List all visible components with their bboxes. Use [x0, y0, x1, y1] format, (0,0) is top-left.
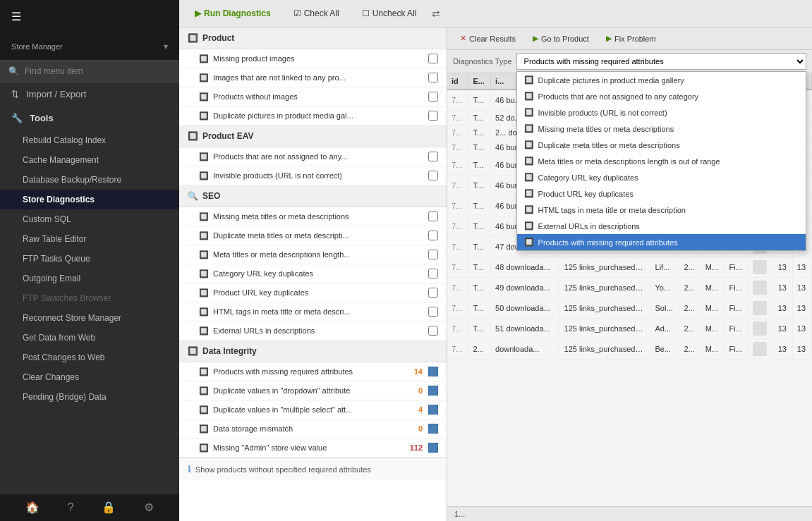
diag-item-icon: 🔲: [199, 231, 209, 240]
sidebar-item-cache-management[interactable]: Cache Management: [0, 150, 179, 170]
diag-item-meta-length[interactable]: 🔲 Meta titles or meta descriptions lengt…: [179, 245, 447, 264]
go-to-product-button[interactable]: ▶ Go to Product: [527, 32, 595, 45]
diag-item-icon: 🔲: [199, 269, 209, 278]
table-row: 7...T...48 downloada...125 links_purchas…: [447, 257, 812, 278]
sidebar-item-pending-bridge-data[interactable]: Pending (Bridge) Data: [0, 387, 179, 407]
table-cell: 7...: [447, 278, 468, 298]
sidebar-item-clear-changes[interactable]: Clear Changes: [0, 367, 179, 387]
diag-checkbox-missing-required-attrs[interactable]: [428, 367, 438, 376]
help-icon[interactable]: ?: [68, 501, 74, 514]
results-footer: 1...: [447, 506, 812, 521]
diag-checkbox-images-not-linked[interactable]: [428, 73, 438, 82]
diag-item-external-urls[interactable]: 🔲 External URLs in descriptions: [179, 321, 447, 341]
diag-checkbox-html-tags-meta[interactable]: [428, 307, 438, 317]
diag-item-cat-url-duplicates[interactable]: 🔲 Category URL key duplicates: [179, 264, 447, 283]
settings-icon[interactable]: ⚙: [144, 501, 154, 514]
sidebar-section-tools[interactable]: 🔧 Tools: [0, 106, 179, 130]
import-export-icon: ⇅: [11, 89, 19, 99]
dropdown-item-dup-meta[interactable]: 🔲 Duplicate meta titles or meta descript…: [517, 137, 806, 153]
dropdown-item-dup-pictures[interactable]: 🔲 Duplicate pictures in product media ga…: [517, 72, 806, 88]
sidebar-item-rebuild-catalog[interactable]: Rebuild Catalog Index: [0, 130, 179, 150]
diag-item-missing-meta-titles[interactable]: 🔲 Missing meta titles or meta descriptio…: [179, 207, 447, 226]
diag-item-data-storage-mismatch[interactable]: 🔲 Data storage mismatch 0: [179, 419, 447, 439]
diag-item-missing-product-images[interactable]: 🔲 Missing product images: [179, 49, 447, 68]
diag-checkbox-data-storage-mismatch[interactable]: [428, 424, 438, 434]
diag-checkbox-missing-meta-titles[interactable]: [428, 212, 438, 221]
diag-checkbox-duplicate-meta-titles[interactable]: [428, 231, 438, 240]
dropdown-item-not-in-category[interactable]: 🔲 Products that are not assigned to any …: [517, 88, 806, 104]
duplicate-dropdown-count: 0: [418, 386, 423, 395]
sidebar-item-store-diagnostics[interactable]: Store Diagnostics: [0, 190, 179, 209]
sidebar-item-reconnect-store-manager[interactable]: Reconnect Store Manager: [0, 308, 179, 328]
diag-checkbox-invisible-products[interactable]: [428, 171, 438, 180]
diag-checkbox-meta-length[interactable]: [428, 250, 438, 259]
uncheck-all-button[interactable]: ☐ Uncheck All: [355, 6, 424, 21]
diag-item-duplicate-meta-titles[interactable]: 🔲 Duplicate meta titles or meta descript…: [179, 226, 447, 245]
diag-item-icon: 🔲: [199, 171, 209, 180]
sidebar-item-outgoing-email[interactable]: Outgoing Email: [0, 269, 179, 288]
diag-item-products-without-images[interactable]: 🔲 Products without images: [179, 87, 447, 106]
dropdown-item-icon: 🔲: [524, 157, 534, 166]
table-cell: 125 links_purchased_separately: [559, 278, 650, 298]
diag-checkbox-not-assigned-category[interactable]: [428, 152, 438, 161]
diag-checkbox-missing-product-images[interactable]: [428, 54, 438, 63]
diag-item-missing-admin-store[interactable]: 🔲 Missing "Admin" store view value 112: [179, 439, 447, 458]
dropdown-item-missing-required[interactable]: 🔲 Products with missing required attribu…: [517, 234, 806, 250]
diag-item-invisible-products[interactable]: 🔲 Invisible products (URL is not correct…: [179, 166, 447, 185]
dropdown-item-meta-length[interactable]: 🔲 Meta titles or meta descriptions lengt…: [517, 153, 806, 169]
lock-icon[interactable]: 🔒: [102, 501, 116, 514]
sidebar-item-database-backup[interactable]: Database Backup/Restore: [0, 170, 179, 190]
dropdown-item-invisible-products[interactable]: 🔲 Invisible products (URL is not correct…: [517, 104, 806, 121]
search-input[interactable]: [25, 66, 171, 76]
sidebar-item-custom-sql[interactable]: Custom SQL: [0, 209, 179, 229]
run-diagnostics-button[interactable]: ▶ Run Diagnostics: [188, 6, 278, 21]
diag-item-duplicate-multi-select[interactable]: 🔲 Duplicate values in "multiple select" …: [179, 400, 447, 419]
table-cell: 2...: [679, 278, 701, 298]
diag-item-images-not-linked[interactable]: 🔲 Images that are not linked to any pro.…: [179, 68, 447, 87]
dropdown-item-ext-urls[interactable]: 🔲 External URLs in descriptions: [517, 218, 806, 234]
diag-checkbox-external-urls[interactable]: [428, 326, 438, 336]
table-cell: 2...: [468, 339, 491, 360]
diag-item-icon: 🔲: [199, 443, 209, 453]
goto-icon: ▶: [533, 34, 538, 43]
hamburger-icon[interactable]: ☰: [11, 10, 21, 23]
diag-checkbox-missing-admin-store[interactable]: [428, 443, 438, 453]
home-icon[interactable]: 🏠: [25, 501, 40, 514]
diag-checkbox-duplicate-dropdown[interactable]: [428, 386, 438, 396]
sidebar-item-get-data-from-web[interactable]: Get Data from Web: [0, 328, 179, 348]
dropdown-item-missing-meta[interactable]: 🔲 Missing meta titles or meta descriptio…: [517, 121, 806, 137]
missing-required-attrs-count: 14: [414, 367, 423, 376]
diag-item-missing-required-attrs[interactable]: 🔲 Products with missing required attribu…: [179, 362, 447, 381]
diag-checkbox-cat-url-duplicates[interactable]: [428, 269, 438, 278]
sidebar-search[interactable]: 🔍: [0, 61, 179, 82]
diag-item-duplicate-dropdown[interactable]: 🔲 Duplicate values in "dropdown" attribu…: [179, 381, 447, 400]
diag-item-icon: 🔲: [199, 405, 209, 415]
dropdown-item-cat-url-dup[interactable]: 🔲 Category URL key duplicates: [517, 169, 806, 185]
sidebar-item-ftp-tasks-queue[interactable]: FTP Tasks Queue: [0, 249, 179, 269]
dropdown-item-html-tags[interactable]: 🔲 HTML tags in meta title or meta descri…: [517, 202, 806, 218]
main-toolbar: ▶ Run Diagnostics ☑ Check All ☐ Uncheck …: [179, 0, 812, 27]
table-row: 7...T...51 downloada...125 links_purchas…: [447, 319, 812, 339]
table-cell: T...: [468, 140, 491, 155]
diag-checkbox-duplicate-multi-select[interactable]: [428, 405, 438, 415]
sidebar-item-raw-table-editor[interactable]: Raw Table Editor: [0, 229, 179, 249]
fix-problem-button[interactable]: ▶ Fix Problem: [600, 32, 662, 45]
diag-item-duplicate-pictures[interactable]: 🔲 Duplicate pictures in product media ga…: [179, 106, 447, 125]
seo-icon: 🔍: [188, 191, 198, 201]
sidebar-item-import-export[interactable]: ⇅ Import / Export: [0, 82, 179, 106]
dropdown-item-prod-url-dup[interactable]: 🔲 Product URL key duplicates: [517, 185, 806, 202]
clear-results-button[interactable]: ✕ Clear Results: [454, 32, 521, 45]
check-all-button[interactable]: ☑ Check All: [286, 6, 346, 21]
table-cell: 7...: [447, 216, 468, 237]
diag-item-icon: 🔲: [199, 424, 209, 434]
sidebar-brand-arrow[interactable]: ▾: [164, 42, 168, 51]
diag-checkbox-duplicate-pictures[interactable]: [428, 111, 438, 121]
diag-item-not-assigned-category[interactable]: 🔲 Products that are not assigned to any.…: [179, 147, 447, 166]
table-row: 7...2...downloada...125 links_purchased_…: [447, 339, 812, 360]
diag-checkbox-products-without-images[interactable]: [428, 92, 438, 102]
sidebar-item-post-changes-to-web[interactable]: Post Changes to Web: [0, 348, 179, 367]
diag-item-html-tags-meta[interactable]: 🔲 HTML tags in meta title or meta descri…: [179, 302, 447, 321]
diag-checkbox-prod-url-duplicates[interactable]: [428, 288, 438, 298]
diag-item-prod-url-duplicates[interactable]: 🔲 Product URL key duplicates: [179, 283, 447, 302]
diag-type-dropdown[interactable]: Products with missing required attribute…: [516, 53, 806, 70]
